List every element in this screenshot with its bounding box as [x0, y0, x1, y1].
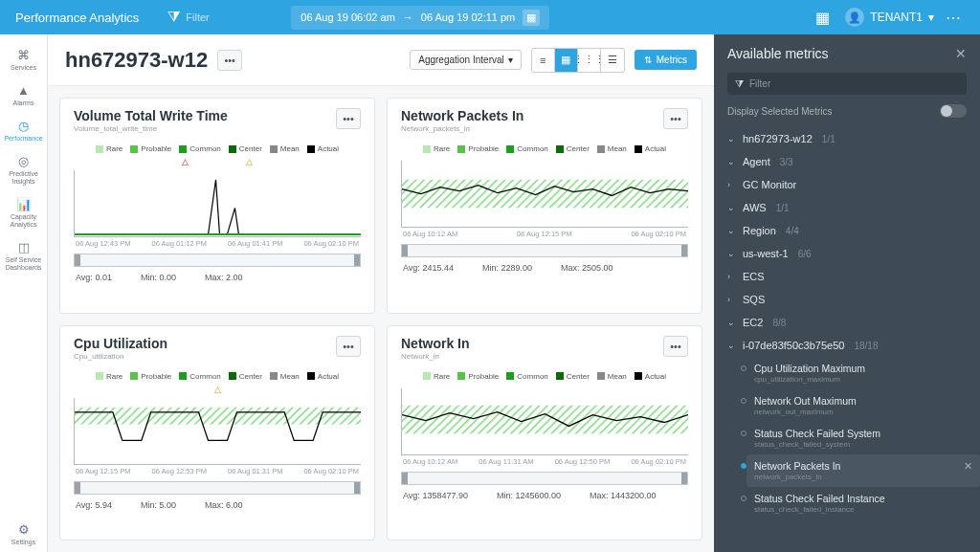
minimap-scrubber[interactable]	[401, 472, 688, 485]
filter-icon: ⧩	[735, 77, 744, 90]
chevron-down-icon: ⌄	[727, 249, 737, 258]
chevron-down-icon: ⌄	[727, 203, 737, 212]
top-filter[interactable]: ⧩	[167, 9, 262, 26]
warning-marker-icon: △	[182, 157, 189, 166]
overflow-menu-icon[interactable]: ⋯	[942, 6, 965, 29]
tree-node-gc-monitor[interactable]: ›GC Monitor	[714, 173, 980, 196]
card-subtitle: Network_in	[401, 352, 663, 361]
chevron-down-icon: ⌄	[727, 226, 737, 235]
chart-area[interactable]	[74, 398, 361, 465]
date-to: 06 Aug 19 02:11 pm	[421, 11, 515, 23]
stats-row: Avg: 0.01Min: 0.00Max: 2.00	[74, 273, 361, 282]
card-more-button[interactable]: •••	[336, 336, 361, 357]
view-grid-small-button[interactable]: ⋮⋮⋮	[578, 49, 601, 72]
card-more-button[interactable]: •••	[336, 108, 361, 129]
nav-services[interactable]: ⌘Services	[0, 42, 47, 77]
stats-row: Avg: 5.94Min: 5.00Max: 6.00	[74, 500, 361, 510]
chart-area[interactable]	[401, 388, 688, 455]
tree-node-ec2[interactable]: ⌄EC28/8	[714, 311, 980, 334]
metric-item-network-out-maximum[interactable]: Network Out Maximumnetwork_out_maximum	[754, 389, 980, 422]
card-title: Network Packets In	[401, 108, 663, 123]
card-more-button[interactable]: •••	[663, 336, 688, 357]
tenant-menu[interactable]: 👤 TENANT1 ▾	[845, 8, 934, 27]
metric-card-cpu-utilization: Cpu UtilizationCpu_utilization••• RarePr…	[59, 325, 375, 541]
display-selected-toggle[interactable]	[940, 104, 967, 118]
metrics-grid: Volume Total Write TimeVolume_total_writ…	[48, 86, 714, 552]
card-more-button[interactable]: •••	[663, 108, 688, 129]
tree-node-us-west-1[interactable]: ⌄us-west-16/6	[714, 242, 980, 265]
chevron-right-icon: ›	[727, 180, 737, 189]
chart-legend: RareProbableCommonCenterMeanActual	[401, 372, 688, 381]
close-icon[interactable]: ✕	[955, 46, 967, 61]
tree-node-agent[interactable]: ⌄Agent3/3	[714, 150, 980, 173]
nav-capacity-analytics[interactable]: 📊Capacity Analytics	[0, 191, 47, 234]
aggregation-interval-dropdown[interactable]: Aggregation Interval▾	[410, 50, 522, 70]
apps-grid-icon[interactable]: ▦	[811, 6, 834, 29]
metrics-filter-input[interactable]	[749, 78, 959, 89]
chevron-down-icon: ▾	[508, 55, 513, 65]
card-title: Cpu Utilization	[74, 336, 336, 351]
left-sidebar: ⌘Services ▲Alarms ◷Performance ◎Predicti…	[0, 34, 48, 552]
metrics-button[interactable]: ⇅Metrics	[635, 50, 697, 70]
calendar-icon: ▦	[523, 10, 540, 26]
chart-legend: RareProbableCommonCenterMeanActual	[74, 144, 361, 153]
warning-marker-icon: △	[246, 157, 253, 166]
metric-item-status-check-failed-instance[interactable]: Status Check Failed Instancestatus_check…	[754, 487, 980, 519]
nav-performance[interactable]: ◷Performance	[0, 113, 47, 148]
chevron-down-icon: ⌄	[727, 341, 737, 350]
nav-predictive-insights[interactable]: ◎Predictive Insights	[0, 148, 47, 191]
nav-alarms[interactable]: ▲Alarms	[0, 77, 47, 113]
arrow-right-icon: →	[403, 11, 413, 23]
minimap-scrubber[interactable]	[74, 481, 361, 495]
nav-self-service-dashboards[interactable]: ◫Self Service Dashboards	[0, 234, 47, 277]
chevron-down-icon: ⌄	[727, 157, 737, 166]
warning-marker-icon: △	[214, 385, 221, 394]
predictive-icon: ◎	[18, 154, 29, 168]
x-axis-ticks: 06 Aug 12:15 PM06 Aug 12:53 PM06 Aug 01:…	[74, 467, 361, 475]
chart-area[interactable]	[74, 170, 361, 237]
view-rows-button[interactable]: ☰	[601, 49, 624, 72]
date-range-picker[interactable]: 06 Aug 19 06:02 am → 06 Aug 19 02:11 pm …	[291, 6, 549, 30]
tree-node-aws[interactable]: ⌄AWS1/1	[714, 196, 980, 219]
svg-rect-4	[402, 405, 688, 433]
chart-legend: RareProbableCommonCenterMeanActual	[74, 372, 361, 381]
remove-metric-icon[interactable]: ✕	[964, 460, 972, 473]
metric-card-volume-total-write-time: Volume Total Write TimeVolume_total_writ…	[59, 98, 375, 314]
chevron-right-icon: ›	[727, 295, 737, 304]
title-bar: hn672973-w12 ••• Aggregation Interval▾ ≡…	[48, 34, 714, 86]
chevron-right-icon: ›	[727, 272, 737, 281]
metrics-tree: ⌄hn672973-w121/1 ⌄Agent3/3 ›GC Monitor ⌄…	[714, 127, 980, 552]
tree-node-host[interactable]: ⌄hn672973-w121/1	[714, 127, 980, 150]
available-metrics-panel: Available metrics ✕ ⧩ Display Selected M…	[714, 34, 980, 552]
x-axis-ticks: 06 Aug 10:12 AM06 Aug 11:31 AM06 Aug 12:…	[401, 457, 688, 466]
tree-node-instance[interactable]: ⌄i-07de83f50c3b75e5018/18	[714, 334, 980, 357]
top-filter-input[interactable]	[186, 11, 262, 23]
card-subtitle: Cpu_utilization	[74, 352, 336, 361]
capacity-icon: 📊	[16, 197, 32, 211]
metrics-filter[interactable]: ⧩	[727, 73, 967, 95]
minimap-scrubber[interactable]	[74, 254, 361, 267]
x-axis-ticks: 06 Aug 10:12 AM06 Aug 12:15 PM06 Aug 02:…	[401, 230, 688, 238]
app-title: Performance Analytics	[15, 11, 139, 25]
metric-item-network-packets-in[interactable]: Network Packets Innetwork_packets_in✕	[746, 454, 980, 487]
chevron-down-icon: ▾	[928, 11, 934, 24]
gear-icon: ⚙	[18, 522, 30, 537]
metric-item-cpu-utilization-maximum[interactable]: Cpu Utilization Maximumcpu_utilization_m…	[754, 357, 980, 389]
services-icon: ⌘	[17, 48, 30, 62]
minimap-scrubber[interactable]	[401, 244, 688, 257]
chart-area[interactable]	[401, 161, 688, 228]
tree-node-sqs[interactable]: ›SQS	[714, 288, 980, 311]
tree-node-region[interactable]: ⌄Region4/4	[714, 219, 980, 242]
title-more-button[interactable]: •••	[217, 50, 242, 71]
nav-settings[interactable]: ⚙Settings	[0, 517, 47, 552]
view-list-button[interactable]: ≡	[532, 49, 555, 72]
stats-row: Avg: 2415.44Min: 2289.00Max: 2505.00	[401, 263, 688, 273]
date-from: 06 Aug 19 06:02 am	[301, 11, 394, 23]
tree-node-ecs[interactable]: ›ECS	[714, 265, 980, 288]
svg-rect-2	[402, 180, 688, 209]
chevron-down-icon: ⌄	[727, 134, 737, 144]
metric-card-network-in: Network InNetwork_in••• RareProbableComm…	[387, 325, 702, 541]
card-subtitle: Volume_total_write_time	[74, 124, 336, 133]
metric-item-status-check-failed-system[interactable]: Status Check Failed Systemstatus_check_f…	[754, 422, 980, 454]
stats-row: Avg: 1358477.90Min: 1245600.00Max: 14432…	[401, 491, 688, 500]
